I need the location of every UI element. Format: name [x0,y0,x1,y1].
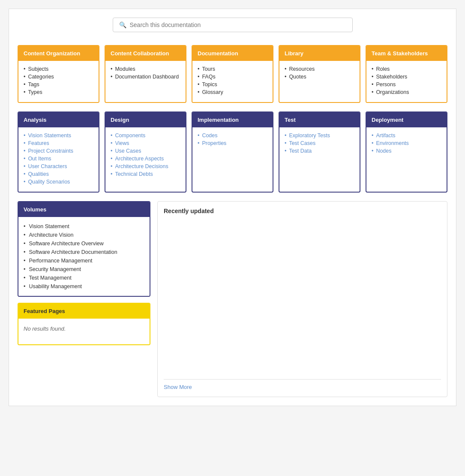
card-link[interactable]: Roles [376,66,390,72]
card-link[interactable]: Topics [202,81,217,87]
volume-item: Test Management [24,274,144,282]
card-link[interactable]: Environments [376,140,408,146]
card-header-team-stakeholders: Team & Stakeholders [366,46,447,61]
purple-cards-row: Analysis Vision StatementsFeaturesProjec… [18,111,447,193]
card-link[interactable]: Types [28,89,42,95]
card-link[interactable]: Stakeholders [376,74,407,80]
card-item: Persons [372,81,441,88]
card-item: Components [111,132,180,139]
card-item: FAQs [198,73,267,81]
card-item: Test Cases [285,139,354,147]
volume-link[interactable]: Security Management [29,266,81,272]
search-icon: 🔍 [119,21,126,28]
card-item: Quotes [285,73,354,81]
card-link[interactable]: Codes [202,133,217,139]
search-box: 🔍 [113,18,353,32]
card-link[interactable]: Resources [289,66,315,72]
card-link[interactable]: Features [28,140,49,146]
card-item: Organizations [372,88,441,96]
featured-pages-body: No results found. [18,319,150,344]
card-list-implementation: CodesProperties [198,132,267,147]
card-link[interactable]: Artifacts [376,133,395,139]
featured-pages-header: Featured Pages [18,304,150,319]
recently-updated-title: Recently updated [164,208,441,214]
card-link[interactable]: FAQs [202,74,215,80]
card-item: Vision Statements [24,132,93,139]
card-link[interactable]: Quality Scenarios [28,179,70,185]
volume-link[interactable]: Architecture Vision [29,232,73,238]
card-header-documentation: Documentation [192,46,273,61]
card-link[interactable]: Modules [115,66,135,72]
card-item: Test Data [285,147,354,155]
card-item: Exploratory Tests [285,132,354,139]
card-item: Features [24,139,93,147]
card-link[interactable]: Tours [202,66,215,72]
card-body-deployment: ArtifactsEnvironmentsNodes [366,127,447,161]
volume-link[interactable]: Test Management [29,275,71,281]
volumes-column: Volumes Vision StatementArchitecture Vis… [18,201,150,397]
card-link[interactable]: Test Cases [289,140,315,146]
card-team-stakeholders: Team & Stakeholders RolesStakeholdersPer… [366,45,447,103]
volume-item: Software Architecture Documentation [24,248,144,256]
card-link[interactable]: Architecture Decisions [115,163,168,169]
card-item: Topics [198,81,267,88]
card-link[interactable]: Vision Statements [28,133,71,139]
card-link[interactable]: Subjects [28,66,48,72]
volume-link[interactable]: Performance Management [29,258,92,264]
volume-link[interactable]: Software Architecture Documentation [29,249,117,255]
card-item: Roles [372,65,441,73]
card-link[interactable]: Persons [376,81,396,87]
recently-updated-content [164,220,441,374]
card-list-test: Exploratory TestsTest CasesTest Data [285,132,354,155]
volume-item: Performance Management [24,256,144,265]
volume-link[interactable]: Vision Statement [29,223,69,229]
card-item: Artifacts [372,132,441,139]
card-link[interactable]: Out Items [28,156,51,162]
card-link[interactable]: Categories [28,74,54,80]
card-design: Design ComponentsViewsUse CasesArchitect… [105,111,186,193]
search-input[interactable] [130,21,346,28]
card-body-team-stakeholders: RolesStakeholdersPersonsOrganizations [366,61,447,102]
card-link[interactable]: Views [115,140,129,146]
card-header-implementation: Implementation [192,112,273,127]
card-header-library: Library [279,46,360,61]
card-link[interactable]: Glossary [202,89,223,95]
card-list-documentation: ToursFAQsTopicsGlossary [198,65,267,96]
card-link[interactable]: Technical Debts [115,171,153,177]
card-item: Technical Debts [111,170,180,178]
card-link[interactable]: Properties [202,140,226,146]
show-more-link[interactable]: Show More [164,384,192,390]
volume-link[interactable]: Software Architecture Overview [29,241,103,247]
page-wrapper: 🔍 Content Organization SubjectsCategorie… [9,9,456,406]
card-header-content-organization: Content Organization [18,46,99,61]
card-item: Modules [111,65,180,73]
card-list-content-collaboration: ModulesDocumentation Dashboard [111,65,180,81]
card-link[interactable]: Architecture Aspects [115,156,164,162]
volumes-list: Vision StatementArchitecture VisionSoftw… [24,222,144,291]
card-body-documentation: ToursFAQsTopicsGlossary [192,61,273,102]
card-link[interactable]: Exploratory Tests [289,133,330,139]
card-item: Types [24,88,93,96]
card-body-design: ComponentsViewsUse CasesArchitecture Asp… [105,127,186,184]
card-link[interactable]: Tags [28,81,39,87]
volume-link[interactable]: Usability Management [29,283,82,289]
card-link[interactable]: Qualities [28,171,49,177]
volumes-box: Volumes Vision StatementArchitecture Vis… [18,201,150,297]
card-link[interactable]: Nodes [376,148,391,154]
card-link[interactable]: User Characters [28,163,67,169]
card-content-collaboration: Content Collaboration ModulesDocumentati… [105,45,186,103]
card-link[interactable]: Project Constraints [28,148,73,154]
featured-pages-empty: No results found. [24,325,144,332]
card-link[interactable]: Quotes [289,74,306,80]
card-link[interactable]: Components [115,133,145,139]
card-link[interactable]: Test Data [289,148,312,154]
card-body-implementation: CodesProperties [192,127,273,153]
card-header-content-collaboration: Content Collaboration [105,46,186,61]
card-item: Quality Scenarios [24,178,93,186]
card-link[interactable]: Documentation Dashboard [115,74,179,80]
volume-item: Security Management [24,265,144,274]
card-link[interactable]: Organizations [376,89,409,95]
card-link[interactable]: Use Cases [115,148,141,154]
card-item: Documentation Dashboard [111,73,180,81]
card-documentation: Documentation ToursFAQsTopicsGlossary [192,45,273,103]
